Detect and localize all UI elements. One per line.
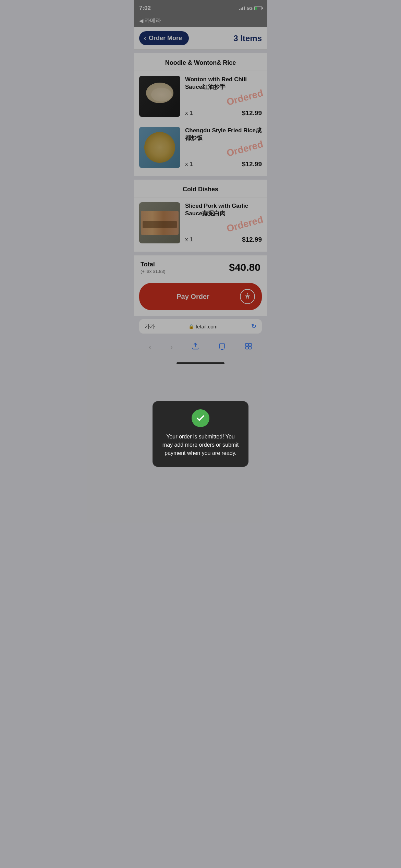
modal-overlay[interactable]: Your order is submitted! You may add mor… xyxy=(134,0,267,367)
app-container: 7:02 5G ◀ 카메라 ‹ Order More 3 Items Noodl… xyxy=(134,0,267,367)
